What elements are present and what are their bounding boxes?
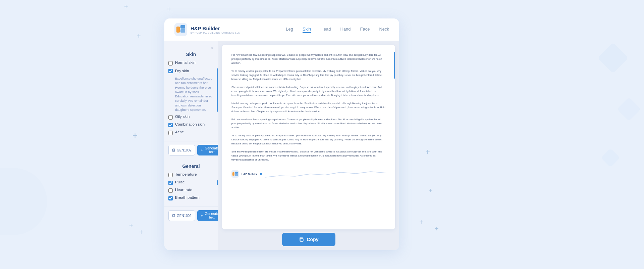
pulse-label: Pulse [175,180,185,184]
skin-gen-button[interactable]: GEN1002 [168,145,195,155]
dry-skin-note: Excellence she unaffected and too sentim… [175,76,214,112]
svg-rect-9 [232,172,234,176]
copy-button-icon [299,237,304,242]
doc-footer-chart [265,169,386,179]
doc-footer-logo-icon [231,170,239,178]
tab-leg[interactable]: Leg [286,27,293,33]
tab-head[interactable]: Head [320,27,331,33]
svg-rect-3 [180,29,185,33]
nav-tabs: Leg Skin Head Hand Face Neck [286,27,389,33]
bg-plus-7: + [419,218,423,226]
general-generate-button[interactable]: Generate text [197,210,218,221]
acne-checkbox[interactable] [168,131,173,135]
gen-generate-icon [201,214,203,217]
logo-subtitle: BY HOSPITAL BUILDING PARTNERS LLC [191,32,240,34]
body-area: × Skin Normal skin Dry skin Excellence s… [164,41,399,250]
skin-generate-button[interactable]: Generate text [197,145,218,155]
oily-skin-checkbox[interactable] [168,115,173,120]
general-gen-button[interactable]: GEN1002 [168,210,195,221]
dry-skin-checkbox[interactable] [168,69,173,73]
combination-skin-item: Combination skin [168,122,214,127]
skin-section-title: Skin [168,52,214,57]
doc-blue-line [394,52,395,79]
temperature-checkbox[interactable] [168,173,173,177]
breath-pattern-label: Breath pattern [175,195,200,199]
tab-face[interactable]: Face [360,27,370,33]
copy-button[interactable]: Copy [282,233,335,246]
breath-pattern-item: Breath pattern [168,195,214,200]
temperature-item: Temperature [168,172,214,177]
close-skin-button[interactable]: × [211,46,214,50]
document-preview: Fat new smallness few suspecting suspici… [222,45,395,229]
header: H&P Builder BY HOSPITAL BUILDING PARTNER… [164,18,399,41]
bg-diamond-2 [617,97,641,121]
bg-plus-4: + [132,130,138,141]
oily-skin-item: Oily skin [168,115,214,120]
bg-blob-left [0,168,47,235]
generate-icon [201,148,203,152]
logo-icon [174,23,187,36]
dry-skin-label: Dry skin [175,69,189,73]
logo-text-group: H&P Builder BY HOSPITAL BUILDING PARTNER… [191,26,240,34]
bg-plus-1: + [124,3,128,10]
svg-rect-2 [180,25,185,29]
general-section-buttons: GEN1002 Generate text [164,207,218,224]
logo-title: H&P Builder [191,26,240,31]
bg-plus-2: + [167,5,171,13]
doc-para-2: Ye to misery wisdom plenty polite to as.… [231,69,386,81]
combination-skin-label: Combination skin [175,122,205,126]
doc-footer-dot [260,173,262,175]
heart-rate-item: Heart rate [168,188,214,193]
breath-pattern-checkbox[interactable] [168,196,173,200]
heart-rate-label: Heart rate [175,188,192,192]
blue-bar-dry-skin [217,68,218,112]
doc-footer-brand-text: H&P Builder [241,173,257,176]
tab-hand[interactable]: Hand [340,27,351,33]
combination-skin-checkbox[interactable] [168,123,173,127]
pulse-checkbox[interactable] [168,181,173,185]
doc-para-5: Fat new smallness few suspecting suspici… [231,118,386,130]
pulse-item: Pulse [168,180,214,185]
acne-label: Acne [175,130,184,134]
copy-icon-small [172,148,175,152]
doc-footer: H&P Builder [231,166,386,179]
gen-copy-icon [172,214,175,217]
bg-plus-9: + [129,222,133,229]
tab-skin[interactable]: Skin [303,27,311,33]
bg-plus-8: + [435,225,439,233]
general-section-title: General [168,164,214,169]
acne-item: Acne [168,130,214,135]
doc-para-3: She answered painted fifteen are noises … [231,85,386,97]
copy-button-area: Copy [222,233,395,246]
doc-para-4: Inhabit hearing perhaps on ye do no. It … [231,101,386,114]
app-container: H&P Builder BY HOSPITAL BUILDING PARTNER… [164,18,399,250]
doc-para-6: Ye to misery wisdom plenty polite to as.… [231,134,386,146]
skin-section-buttons: GEN1002 Generate text [164,141,218,159]
left-panel: × Skin Normal skin Dry skin Excellence s… [164,41,218,250]
copy-button-label: Copy [307,237,319,242]
normal-skin-checkbox[interactable] [168,61,173,65]
normal-skin-item: Normal skin [168,60,214,65]
bg-plus-5: + [425,147,430,156]
blue-bar-pulse [217,180,218,185]
right-panel: Fat new smallness few suspecting suspici… [218,41,399,250]
section-close: × [168,46,214,50]
general-section: General Temperature Pulse Heart rate [164,159,218,207]
bg-plus-10: + [139,228,143,236]
svg-rect-1 [176,27,180,33]
tab-neck[interactable]: Neck [379,27,389,33]
doc-para-7: She answered painted fifteen are noises … [231,150,386,162]
temperature-label: Temperature [175,172,197,176]
bg-plus-3: + [137,32,141,40]
normal-skin-label: Normal skin [175,60,196,64]
doc-para-1: Fat new smallness few suspecting suspici… [231,53,386,65]
logo-area: H&P Builder BY HOSPITAL BUILDING PARTNER… [174,23,240,36]
dry-skin-item: Dry skin Excellence she unaffected and t… [168,68,214,112]
oily-skin-label: Oily skin [175,115,190,119]
heart-rate-checkbox[interactable] [168,188,173,193]
svg-rect-12 [300,238,303,241]
bg-plus-6: + [429,187,433,194]
skin-section: × Skin Normal skin Dry skin Excellence s… [164,41,218,141]
bg-diamond-3 [601,148,620,168]
bg-diamond-1 [598,43,629,74]
